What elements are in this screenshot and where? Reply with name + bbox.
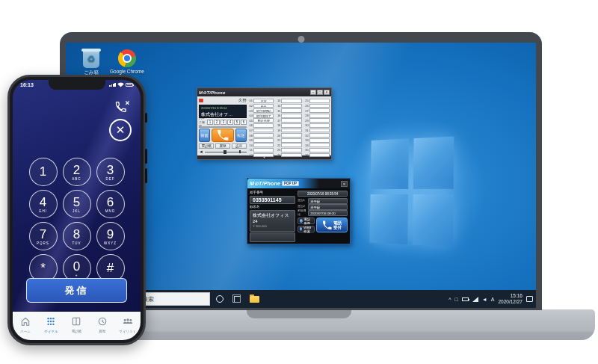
speed-dial-button[interactable] <box>309 104 330 108</box>
park-button-1[interactable]: 1 <box>207 120 213 125</box>
taskbar-search-input[interactable]: 検索 <box>138 292 210 306</box>
speed-dial-button[interactable] <box>253 148 274 152</box>
key-3[interactable]: 3DEF <box>96 158 125 186</box>
hidden-icons-chevron[interactable]: ^ <box>449 297 451 302</box>
speed-dial-button[interactable] <box>309 129 330 133</box>
speed-dial-button[interactable] <box>281 123 301 128</box>
speed-dial-button[interactable] <box>281 148 301 152</box>
speed-dial-button[interactable] <box>281 114 301 118</box>
key-letters: MNO <box>105 209 116 213</box>
speed-dial-button[interactable] <box>309 153 330 158</box>
speed-dial-button[interactable] <box>309 138 330 143</box>
desktop-icon-chrome[interactable]: Google Chrome <box>108 49 147 74</box>
hold-button[interactable]: 保留 <box>199 129 210 142</box>
maximize-button[interactable]: □ <box>317 90 323 95</box>
menu-button[interactable]: 履歴 <box>215 144 230 149</box>
nav-item-history[interactable]: 履歴 <box>90 315 114 333</box>
speed-dial-button[interactable] <box>281 99 301 103</box>
speed-dial-button[interactable] <box>309 118 330 123</box>
speed-dial-button[interactable] <box>281 138 301 143</box>
speed-dial-button[interactable] <box>253 123 274 128</box>
key-4[interactable]: 4GHI <box>29 190 58 218</box>
volume-icon[interactable]: ◄ <box>482 297 487 302</box>
speed-dial-button[interactable] <box>253 143 274 147</box>
speed-dial-button[interactable] <box>309 133 330 138</box>
speed-dial-button[interactable] <box>281 133 301 138</box>
close-dialer-button[interactable]: ✕ <box>109 119 132 141</box>
key-6[interactable]: 6MNO <box>96 190 125 218</box>
home-icon <box>21 315 30 329</box>
speed-dial-button[interactable] <box>309 108 330 113</box>
tray-app-icon[interactable]: □ <box>455 297 458 302</box>
popup-datetime: 2020/07/16 08:35:54 <box>298 191 348 197</box>
key-1[interactable]: 1 <box>29 158 58 186</box>
speed-dial-button[interactable] <box>281 118 301 123</box>
link-button-icon <box>300 219 302 223</box>
caller-number-value: 0353501145 <box>250 196 295 204</box>
softphone-titlebar[interactable]: M⊙T/Phone – □ × <box>197 88 331 96</box>
popup-link-button[interactable]: WEB検索 <box>298 226 315 232</box>
file-explorer-button[interactable] <box>248 290 260 308</box>
menu-button[interactable]: 設定 <box>232 144 247 149</box>
speed-dial-row: 03留守電開始 <box>248 108 274 113</box>
key-9[interactable]: 9WXYZ <box>96 222 125 250</box>
task-view-button[interactable] <box>231 290 243 308</box>
speed-dial-button[interactable] <box>309 114 330 118</box>
speed-dial-button[interactable] <box>281 108 301 113</box>
speed-dial-button[interactable] <box>253 138 274 143</box>
speed-dial-button[interactable]: 不在 <box>253 99 274 103</box>
speed-dial-button[interactable] <box>281 153 301 158</box>
dial-button[interactable] <box>212 129 234 142</box>
desktop-icon-recycle-bin[interactable]: ♻ ごみ箱 <box>72 49 111 76</box>
speed-dial-button[interactable] <box>281 143 301 147</box>
number-input[interactable] <box>199 126 247 128</box>
park-button-5[interactable]: 5 <box>234 120 240 125</box>
volume-slider[interactable]: ◄ <box>199 149 247 154</box>
speed-dial-button[interactable]: 割込代理 <box>253 118 274 123</box>
close-button[interactable]: × <box>324 90 330 95</box>
speed-dial-button[interactable]: 留守電終了 <box>253 114 274 118</box>
park-button-2[interactable]: 2 <box>214 120 220 125</box>
nav-item-phonebook[interactable]: 電話帳 <box>64 315 88 333</box>
key-5[interactable]: 5JKL <box>63 190 91 218</box>
park-button-3[interactable]: 3 <box>221 120 226 125</box>
taskbar-clock[interactable]: 15:16 2020/12/27 <box>498 293 523 305</box>
action-center-button[interactable] <box>526 296 533 302</box>
chrome-icon <box>118 49 136 67</box>
speed-dial-row: 23 <box>276 148 301 152</box>
menu-button[interactable]: 電話帳 <box>199 144 214 149</box>
answer-call-button[interactable]: 電話 受付 <box>316 218 348 232</box>
call-button[interactable]: 発信 <box>26 278 127 303</box>
phone-screen: 16:13 ✕ 12ABC3DEF4GHI <box>13 80 141 340</box>
popup-link-button[interactable]: 通話履歴 <box>298 218 315 224</box>
popup-titlebar[interactable]: M⊙T/Phone POP UP × <box>247 179 350 188</box>
nav-item-mylist[interactable]: マイリスト <box>116 315 140 333</box>
nav-item-dialpad[interactable]: ダイヤル <box>39 315 63 333</box>
speed-dial-button[interactable] <box>253 129 274 133</box>
network-icon[interactable] <box>472 297 478 302</box>
park-button-4[interactable]: 4 <box>227 120 233 125</box>
speed-dial-button[interactable] <box>309 148 330 152</box>
speed-dial-button[interactable] <box>309 123 330 128</box>
key-7[interactable]: 7PQRS <box>29 222 58 250</box>
speed-dial-button[interactable] <box>281 104 301 108</box>
battery-icon[interactable] <box>462 297 469 301</box>
ime-indicator[interactable]: A <box>491 297 495 302</box>
call-reject-icon[interactable] <box>115 99 130 116</box>
park-button-6[interactable]: 6 <box>241 120 247 125</box>
nav-item-home[interactable]: ホーム <box>13 315 37 333</box>
speed-dial-button[interactable] <box>309 99 330 103</box>
key-2[interactable]: 2ABC <box>63 158 91 186</box>
speed-dial-button[interactable]: 留守電開始 <box>253 108 274 113</box>
speed-dial-button[interactable] <box>309 143 330 147</box>
cortana-button[interactable] <box>214 290 226 308</box>
speed-dial-button[interactable]: 外出 <box>253 104 274 108</box>
key-letters: DEF <box>106 177 115 181</box>
transfer-button[interactable]: 転送 <box>235 129 247 142</box>
speed-dial-button[interactable] <box>253 133 274 138</box>
minimize-button[interactable]: – <box>310 90 316 95</box>
key-8[interactable]: 8TUV <box>63 222 91 250</box>
speed-dial-button[interactable] <box>281 129 301 133</box>
close-icon[interactable]: × <box>341 181 348 187</box>
expand-arrow-icon: ▼ <box>263 155 266 159</box>
